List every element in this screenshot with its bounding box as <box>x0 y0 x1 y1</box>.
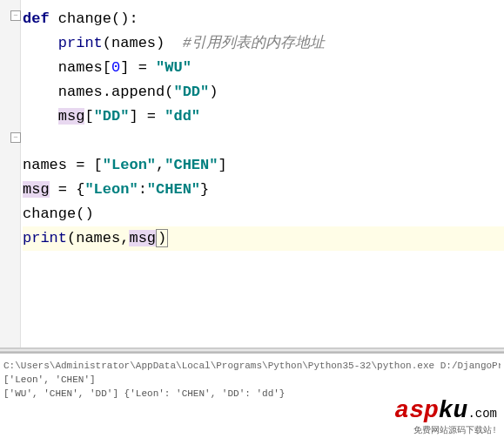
watermark-logo: aspku.com 免费网站源码下载站! <box>394 397 497 436</box>
code-line[interactable]: names[0] = "WU" <box>23 56 504 80</box>
code-line[interactable]: msg["DD"] = "dd" <box>23 105 504 129</box>
string-literal: "WU" <box>156 59 192 76</box>
code-editor[interactable]: − − def change(): print(names) #引用列表的内存地… <box>0 0 504 348</box>
code-line[interactable]: print(names) #引用列表的内存地址 <box>23 31 504 56</box>
code-area[interactable]: def change(): print(names) #引用列表的内存地址 na… <box>23 0 504 251</box>
highlighted-var: msg <box>23 181 50 198</box>
code-line[interactable]: names.append("DD") <box>23 80 504 105</box>
highlighted-var: msg <box>129 230 156 246</box>
code-line[interactable] <box>23 129 504 153</box>
code-line[interactable]: def change(): <box>23 7 504 31</box>
keyword-print: print <box>58 35 103 51</box>
terminal-command: C:\Users\Administrator\AppData\Local\Pro… <box>3 359 501 373</box>
terminal-output: ['Leon', 'CHEN'] <box>3 373 501 387</box>
keyword-def: def <box>23 10 50 27</box>
terminal-pane[interactable]: C:\Users\Administrator\AppData\Local\Pro… <box>0 352 504 445</box>
comment: #引用列表的内存地址 <box>165 35 325 51</box>
code-line[interactable]: msg = {"Leon":"CHEN"} <box>23 178 504 202</box>
gutter: − − <box>0 0 21 347</box>
fold-icon[interactable]: − <box>10 132 21 143</box>
code-line[interactable]: change() <box>23 202 504 226</box>
fold-icon[interactable]: − <box>10 10 21 21</box>
string-literal: "DD" <box>173 84 209 100</box>
keyword-print: print <box>23 230 67 246</box>
code-line-current[interactable]: print(names,msg) <box>23 226 504 251</box>
highlighted-var: msg <box>58 108 85 125</box>
cursor: ) <box>156 229 168 247</box>
code-line[interactable]: names = ["Leon","CHEN"] <box>23 153 504 178</box>
